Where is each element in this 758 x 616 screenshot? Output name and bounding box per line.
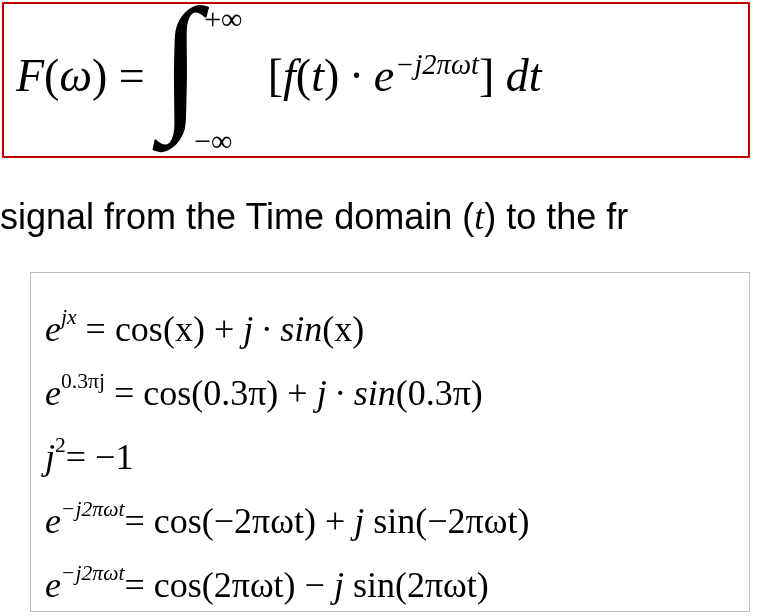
cos: cos bbox=[143, 373, 191, 413]
euler-identity-2: e0.3πj = cos(0.3π) + j · sin(0.3π) bbox=[45, 349, 735, 413]
exp-2: 2 bbox=[55, 433, 66, 457]
bracket-close: ] bbox=[479, 50, 494, 101]
sym-e: e bbox=[45, 501, 61, 541]
arg: (−2πωt) bbox=[202, 501, 316, 541]
exponent: −j2πωt bbox=[395, 49, 479, 80]
sym-j: j bbox=[317, 373, 327, 413]
arg: (2πωt) bbox=[202, 565, 296, 605]
euler-identity-3: e−j2πωt= cos(−2πωt) + j sin(−2πωt) bbox=[45, 477, 735, 541]
sym-e: e bbox=[374, 50, 394, 101]
paren-close: ) bbox=[92, 50, 107, 101]
arg: (x) bbox=[163, 309, 205, 349]
euler-identities-box: ejx = cos(x) + j · sin(x) e0.3πj = cos(0… bbox=[30, 272, 750, 612]
equals: = bbox=[124, 565, 153, 605]
equals: = bbox=[105, 373, 143, 413]
cos: cos bbox=[115, 309, 163, 349]
integral-upper-limit: +∞ bbox=[204, 4, 242, 34]
body-t: t bbox=[474, 197, 484, 237]
arg2: (2πωt) bbox=[395, 565, 489, 605]
paren-close-2: ) bbox=[324, 50, 339, 101]
sym-t: t bbox=[311, 50, 324, 101]
fourier-transform-formula: F(ω) = ∫ +∞ −∞ [f(t) · e−j2πωt] dt bbox=[16, 10, 542, 150]
equals: = bbox=[77, 309, 115, 349]
equals-neg1: = −1 bbox=[66, 437, 134, 477]
sym-j: j bbox=[45, 437, 55, 477]
minus: − bbox=[296, 565, 334, 605]
sym-t2: t bbox=[529, 50, 542, 101]
sym-j: j bbox=[354, 501, 364, 541]
exp-03pij: 0.3πj bbox=[61, 369, 105, 393]
sym-e: e bbox=[45, 309, 61, 349]
body-text-line: signal from the Time domain (t) to the f… bbox=[0, 196, 628, 238]
dot-op: · bbox=[339, 50, 374, 101]
cos: cos bbox=[154, 501, 202, 541]
exp-jx: jx bbox=[61, 305, 77, 329]
dot: · bbox=[327, 373, 354, 413]
sym-omega: ω bbox=[59, 50, 91, 101]
bracket-open: [ bbox=[268, 50, 283, 101]
paren-open-2: ( bbox=[296, 50, 311, 101]
exp-neg2: −j2πωt bbox=[61, 561, 124, 585]
integral-lower-limit: −∞ bbox=[194, 126, 232, 156]
sym-j: j bbox=[243, 309, 253, 349]
sym-e: e bbox=[45, 565, 61, 605]
sym-j: j bbox=[334, 565, 344, 605]
arg: (0.3π) bbox=[191, 373, 278, 413]
dot: · bbox=[253, 309, 280, 349]
euler-identity-4: e−j2πωt= cos(2πωt) − j sin(2πωt) bbox=[45, 541, 735, 605]
body-post: ) to the fr bbox=[484, 196, 628, 237]
euler-identity-1: ejx = cos(x) + j · sin(x) bbox=[45, 285, 735, 349]
sin: sin bbox=[344, 565, 395, 605]
exp-neg: −j2πωt bbox=[61, 497, 124, 521]
integral-sign-icon: ∫ bbox=[160, 0, 201, 136]
arg2: (x) bbox=[322, 309, 364, 349]
arg2: (0.3π) bbox=[396, 373, 483, 413]
sin: sin bbox=[364, 501, 415, 541]
space bbox=[494, 50, 506, 101]
sym-f: f bbox=[283, 50, 296, 101]
j-squared-identity: j2= −1 bbox=[45, 413, 735, 477]
page: F(ω) = ∫ +∞ −∞ [f(t) · e−j2πωt] dt signa… bbox=[0, 0, 758, 616]
arg2: (−2πωt) bbox=[415, 501, 529, 541]
plus: + bbox=[316, 501, 354, 541]
paren-open: ( bbox=[44, 50, 59, 101]
equals: = bbox=[124, 501, 153, 541]
fourier-transform-box: F(ω) = ∫ +∞ −∞ [f(t) · e−j2πωt] dt bbox=[2, 2, 750, 158]
sin: sin bbox=[280, 309, 322, 349]
sym-e: e bbox=[45, 373, 61, 413]
sym-F: F bbox=[16, 50, 44, 101]
sym-d: d bbox=[506, 50, 529, 101]
plus: + bbox=[278, 373, 316, 413]
sin: sin bbox=[354, 373, 396, 413]
integral: ∫ +∞ −∞ bbox=[160, 10, 250, 150]
body-pre: signal from the Time domain ( bbox=[0, 196, 474, 237]
equals: = bbox=[107, 50, 156, 101]
cos: cos bbox=[154, 565, 202, 605]
plus: + bbox=[205, 309, 243, 349]
